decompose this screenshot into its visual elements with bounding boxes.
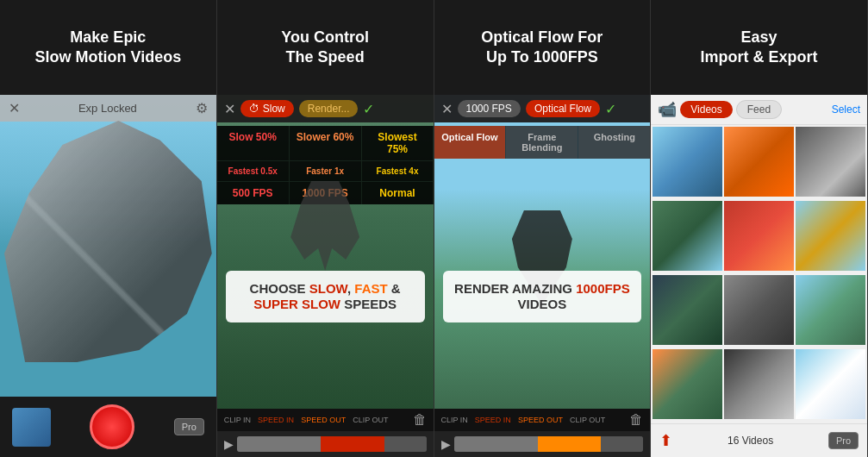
panel1-title: Make Epic Slow Motion Videos: [35, 28, 182, 68]
panel-slow-motion: Make Epic Slow Motion Videos ✕ Exp Locke…: [0, 0, 217, 457]
panel3-speed-in-label: SPEED IN: [475, 416, 511, 424]
feed-tab[interactable]: Feed: [736, 100, 782, 119]
panel3-content: ✕ 1000 FPS Optical Flow ✓ Optical Flow F…: [434, 95, 651, 409]
gear-icon[interactable]: ⚙: [196, 100, 208, 116]
video-thumb-2[interactable]: [724, 127, 794, 197]
panel1-background: ✕ Exp Locked ⚙: [0, 95, 216, 397]
close-icon[interactable]: ✕: [9, 100, 20, 116]
motocross-image: [4, 121, 212, 362]
video-thumb-4[interactable]: [653, 201, 722, 271]
panel3-timeline-labels: CLIP IN SPEED IN SPEED OUT CLIP OUT: [441, 416, 606, 424]
slowest-75-cell[interactable]: Slowest 75%: [362, 126, 434, 160]
fps-tab-label: 1000 FPS: [466, 103, 512, 115]
play-icon[interactable]: ▶: [224, 437, 234, 451]
panel3-header: Optical Flow For Up To 1000FPS: [434, 0, 651, 95]
slower-60-cell[interactable]: Slower 60%: [290, 126, 361, 160]
timeline-track[interactable]: [237, 436, 427, 452]
panel3-clip-in-label: CLIP IN: [441, 416, 468, 424]
panel3-timeline-track[interactable]: [454, 436, 644, 452]
frame-blending-tab[interactable]: Frame Blending: [506, 126, 578, 159]
panel2-close-icon[interactable]: ✕: [224, 101, 235, 117]
pro-badge[interactable]: Pro: [174, 418, 204, 435]
optical-flow-tab-label: Optical Flow: [534, 103, 591, 115]
optical-flow-method-tab[interactable]: Optical Flow: [434, 126, 506, 159]
panel4-pro-badge[interactable]: Pro: [828, 432, 859, 449]
track-red-speed: [321, 436, 384, 452]
panel2-content: ✕ ⏱ Slow Render... ✓ Slow 50% Slower 60%…: [217, 95, 434, 409]
panel4-bottom-bar: ⬆ 16 Videos Pro: [651, 423, 867, 457]
fastest-05x-cell[interactable]: Fastest 0.5x: [217, 161, 289, 181]
panel3-close-icon[interactable]: ✕: [441, 101, 453, 117]
ghosting-tab[interactable]: Ghosting: [578, 126, 650, 159]
video-count-label: 16 Videos: [727, 435, 773, 447]
videos-tab[interactable]: Videos: [680, 101, 732, 118]
delete-icon[interactable]: 🗑: [413, 412, 427, 428]
panel4-header: Easy Import & Export: [651, 0, 867, 95]
video-thumb-7[interactable]: [653, 275, 722, 345]
video-thumb-5[interactable]: [724, 201, 794, 271]
panel2-toolbar: ✕ ⏱ Slow Render... ✓: [217, 95, 434, 122]
panel1-content: ✕ Exp Locked ⚙: [0, 95, 216, 397]
record-button[interactable]: [90, 404, 134, 449]
panel-import-export: Easy Import & Export 📹 Videos Feed Selec…: [651, 0, 868, 457]
faster-1x-cell[interactable]: Faster 1x: [290, 161, 361, 181]
panel-optical-flow: Optical Flow For Up To 1000FPS ✕ 1000 FP…: [434, 0, 652, 457]
render-tab-label: Render...: [308, 103, 350, 115]
panel3-clip-out-label: CLIP OUT: [570, 416, 605, 424]
timeline-panel3[interactable]: ▶: [434, 431, 651, 457]
500fps-cell[interactable]: 500 FPS: [217, 182, 289, 204]
video-thumb-8[interactable]: [724, 275, 794, 345]
panel1-bottom-bar: Pro: [0, 397, 216, 457]
panel3-confirm-icon[interactable]: ✓: [605, 101, 616, 117]
panel-speed-control: You Control The Speed ✕ ⏱ Slow Render...…: [217, 0, 434, 457]
panel2-title: You Control The Speed: [281, 28, 369, 68]
panel4-toolbar: 📹 Videos Feed Select: [651, 95, 867, 125]
video-thumb-10[interactable]: [653, 349, 722, 419]
track-gray-start: [237, 436, 322, 452]
speed-in-label: SPEED IN: [258, 416, 294, 424]
slow-tab-label: Slow: [263, 103, 285, 115]
confirm-icon[interactable]: ✓: [363, 101, 374, 117]
slow-tab[interactable]: ⏱ Slow: [240, 100, 294, 117]
panel3-delete-icon[interactable]: 🗑: [629, 412, 643, 428]
render-tab[interactable]: Render...: [299, 100, 359, 117]
video-thumb-1[interactable]: [653, 127, 722, 197]
normal-cell[interactable]: Normal: [362, 182, 434, 204]
panel3-title: Optical Flow For Up To 1000FPS: [481, 28, 603, 68]
clip-out-label: CLIP OUT: [353, 416, 388, 424]
fps-tab[interactable]: 1000 FPS: [458, 100, 521, 117]
rendering-tabs: Optical Flow Frame Blending Ghosting: [434, 126, 651, 159]
timer-icon: ⏱: [249, 103, 259, 115]
panel3-toolbar: ✕ 1000 FPS Optical Flow ✓: [434, 95, 651, 122]
timeline-panel2[interactable]: ▶: [217, 431, 434, 457]
promo-text-panel2: CHOOSE SLOW, FAST & SUPER SLOW SPEEDS: [226, 271, 425, 322]
timeline-labels: CLIP IN SPEED IN SPEED OUT CLIP OUT: [224, 416, 389, 424]
speed-out-label: SPEED OUT: [301, 416, 346, 424]
video-thumbnail[interactable]: [12, 408, 51, 447]
panel3-track-dark-end: [601, 436, 643, 452]
video-thumb-12[interactable]: [796, 349, 865, 419]
panel4-title: Easy Import & Export: [701, 28, 818, 68]
panel2-background: ✕ ⏱ Slow Render... ✓ Slow 50% Slower 60%…: [217, 95, 434, 409]
panel1-header: Make Epic Slow Motion Videos: [0, 0, 216, 95]
panel2-bottom-bar: CLIP IN SPEED IN SPEED OUT CLIP OUT 🗑: [217, 409, 434, 431]
export-icon[interactable]: ⬆: [659, 431, 672, 450]
panel3-bottom-bar: CLIP IN SPEED IN SPEED OUT CLIP OUT 🗑: [434, 409, 651, 431]
video-thumb-9[interactable]: [796, 275, 865, 345]
exp-locked-label: Exp Locked: [78, 102, 137, 115]
track-dark-end: [384, 436, 427, 452]
panel2-header: You Control The Speed: [217, 0, 434, 95]
video-grid: [651, 125, 867, 423]
promo-text-panel3: RENDER AMAZING 1000FPS VIDEOS: [443, 271, 642, 322]
slow-50-cell[interactable]: Slow 50%: [217, 126, 289, 160]
select-button[interactable]: Select: [832, 103, 860, 116]
video-thumb-3[interactable]: [796, 127, 865, 197]
panel3-speed-out-label: SPEED OUT: [518, 416, 563, 424]
fastest-4x-cell[interactable]: Fastest 4x: [362, 161, 434, 181]
panel3-play-icon[interactable]: ▶: [441, 437, 451, 451]
video-thumb-11[interactable]: [724, 349, 794, 419]
panel3-track-orange: [538, 436, 601, 452]
optical-flow-tab[interactable]: Optical Flow: [526, 100, 600, 117]
video-thumb-6[interactable]: [796, 201, 865, 271]
clip-in-label: CLIP IN: [224, 416, 251, 424]
